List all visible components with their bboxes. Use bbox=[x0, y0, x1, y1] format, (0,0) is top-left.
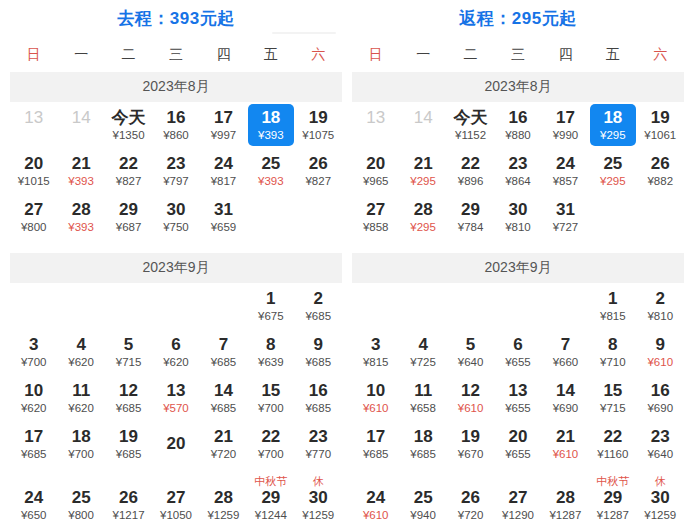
day-cell[interactable]: 27¥1290 bbox=[494, 471, 541, 526]
day-cell[interactable]: 中秋节29¥1244 bbox=[247, 471, 294, 526]
day-cell[interactable]: 16¥690 bbox=[637, 375, 684, 421]
day-cell[interactable]: 19¥1075 bbox=[295, 102, 342, 148]
day-cell[interactable]: 20 bbox=[152, 421, 199, 467]
day-cell[interactable]: 18¥700 bbox=[57, 421, 104, 467]
day-cell[interactable]: 28¥1287 bbox=[542, 471, 589, 526]
day-cell[interactable]: 24¥650 bbox=[10, 471, 57, 526]
day-cell[interactable]: 7¥685 bbox=[200, 329, 247, 375]
day-cell[interactable]: 4¥620 bbox=[57, 329, 104, 375]
day-cell[interactable]: 24¥817 bbox=[200, 148, 247, 194]
day-cell[interactable]: 21¥393 bbox=[57, 148, 104, 194]
day-cell[interactable]: 13¥655 bbox=[494, 375, 541, 421]
day-cell[interactable]: 20¥965 bbox=[352, 148, 399, 194]
day-cell[interactable]: 16¥860 bbox=[152, 102, 199, 148]
selected-day-cell[interactable]: 18¥295 bbox=[590, 104, 635, 146]
day-cell[interactable]: 7¥660 bbox=[542, 329, 589, 375]
day-cell[interactable]: 11¥620 bbox=[57, 375, 104, 421]
day-cell[interactable]: 16¥685 bbox=[295, 375, 342, 421]
day-cell[interactable]: 25¥940 bbox=[399, 471, 446, 526]
day-cell[interactable]: 25¥295 bbox=[589, 148, 636, 194]
day-cell[interactable]: 23¥797 bbox=[152, 148, 199, 194]
day-cell[interactable]: 26¥882 bbox=[637, 148, 684, 194]
day-cell[interactable]: 23¥640 bbox=[637, 421, 684, 467]
day-cell[interactable]: 3¥700 bbox=[10, 329, 57, 375]
day-cell[interactable]: 26¥1217 bbox=[105, 471, 152, 526]
day-cell[interactable]: 21¥610 bbox=[542, 421, 589, 467]
day-cell[interactable]: 23¥864 bbox=[494, 148, 541, 194]
calendar-week-row: 20¥101521¥39322¥82723¥79724¥81725¥39326¥… bbox=[10, 148, 342, 194]
day-cell[interactable]: 8¥639 bbox=[247, 329, 294, 375]
day-cell[interactable]: 今天¥1350 bbox=[105, 102, 152, 148]
day-cell[interactable]: 27¥858 bbox=[352, 194, 399, 240]
day-cell[interactable]: 2¥810 bbox=[637, 283, 684, 329]
day-cell[interactable]: 29¥784 bbox=[447, 194, 494, 240]
day-cell[interactable]: 17¥685 bbox=[352, 421, 399, 467]
day-cell[interactable]: 5¥715 bbox=[105, 329, 152, 375]
day-cell[interactable]: 休30¥1259 bbox=[637, 471, 684, 526]
day-cell[interactable]: 16¥880 bbox=[494, 102, 541, 148]
day-cell[interactable]: 28¥295 bbox=[399, 194, 446, 240]
day-cell[interactable]: 22¥700 bbox=[247, 421, 294, 467]
day-cell[interactable]: 22¥896 bbox=[447, 148, 494, 194]
day-cell[interactable]: 10¥610 bbox=[352, 375, 399, 421]
day-cell[interactable]: 11¥658 bbox=[399, 375, 446, 421]
day-cell[interactable]: 23¥770 bbox=[295, 421, 342, 467]
day-cell[interactable]: 今天¥1152 bbox=[447, 102, 494, 148]
day-cell[interactable]: 30¥750 bbox=[152, 194, 199, 240]
day-cell[interactable]: 9¥610 bbox=[637, 329, 684, 375]
day-cell[interactable]: 31¥727 bbox=[542, 194, 589, 240]
day-cell[interactable]: 中秋节29¥1287 bbox=[589, 471, 636, 526]
day-cell[interactable]: 17¥990 bbox=[542, 102, 589, 148]
day-cell[interactable]: 20¥1015 bbox=[10, 148, 57, 194]
day-cell[interactable]: 31¥659 bbox=[200, 194, 247, 240]
day-cell[interactable]: 12¥685 bbox=[105, 375, 152, 421]
day-cell[interactable]: 29¥687 bbox=[105, 194, 152, 240]
day-cell[interactable]: 6¥655 bbox=[494, 329, 541, 375]
day-cell[interactable]: 17¥997 bbox=[200, 102, 247, 148]
day-cell[interactable]: 休30¥1259 bbox=[295, 471, 342, 526]
day-cell[interactable]: 5¥640 bbox=[447, 329, 494, 375]
day-cell[interactable]: 25¥393 bbox=[247, 148, 294, 194]
day-cell[interactable]: 13¥570 bbox=[152, 375, 199, 421]
day-cell[interactable]: 4¥725 bbox=[399, 329, 446, 375]
day-cell[interactable]: 2¥685 bbox=[295, 283, 342, 329]
day-number: 1 bbox=[608, 289, 617, 309]
day-cell[interactable]: 30¥810 bbox=[494, 194, 541, 240]
day-cell[interactable]: 26¥720 bbox=[447, 471, 494, 526]
day-number: 10 bbox=[366, 381, 385, 401]
weekday-label: 四 bbox=[542, 46, 589, 64]
day-cell[interactable]: 19¥1061 bbox=[637, 102, 684, 148]
day-cell[interactable]: 10¥620 bbox=[10, 375, 57, 421]
day-cell[interactable]: 19¥685 bbox=[105, 421, 152, 467]
day-cell[interactable]: 8¥710 bbox=[589, 329, 636, 375]
day-cell[interactable]: 12¥610 bbox=[447, 375, 494, 421]
day-cell[interactable]: 14¥690 bbox=[542, 375, 589, 421]
day-cell[interactable]: 25¥800 bbox=[57, 471, 104, 526]
day-cell[interactable]: 18¥685 bbox=[399, 421, 446, 467]
day-cell[interactable]: 21¥720 bbox=[200, 421, 247, 467]
day-cell[interactable]: 19¥670 bbox=[447, 421, 494, 467]
day-cell[interactable]: 24¥610 bbox=[352, 471, 399, 526]
day-cell[interactable]: 1¥675 bbox=[247, 283, 294, 329]
day-cell[interactable]: 26¥827 bbox=[295, 148, 342, 194]
day-cell[interactable]: 27¥1050 bbox=[152, 471, 199, 526]
day-cell[interactable]: 27¥800 bbox=[10, 194, 57, 240]
day-number: 4 bbox=[418, 335, 427, 355]
day-cell[interactable]: 28¥1259 bbox=[200, 471, 247, 526]
day-cell[interactable]: 1¥815 bbox=[589, 283, 636, 329]
day-cell[interactable]: 22¥827 bbox=[105, 148, 152, 194]
day-cell[interactable]: 17¥685 bbox=[10, 421, 57, 467]
day-cell[interactable]: 15¥715 bbox=[589, 375, 636, 421]
selected-day-cell[interactable]: 18¥393 bbox=[248, 104, 293, 146]
day-cell[interactable]: 24¥857 bbox=[542, 148, 589, 194]
day-cell[interactable]: 15¥700 bbox=[247, 375, 294, 421]
day-cell[interactable]: 21¥295 bbox=[399, 148, 446, 194]
day-cell[interactable]: 6¥620 bbox=[152, 329, 199, 375]
day-cell[interactable]: 28¥393 bbox=[57, 194, 104, 240]
day-cell[interactable]: 3¥815 bbox=[352, 329, 399, 375]
day-cell[interactable]: 20¥655 bbox=[494, 421, 541, 467]
day-cell[interactable]: 14¥685 bbox=[200, 375, 247, 421]
day-cell[interactable]: 22¥1160 bbox=[589, 421, 636, 467]
day-cell[interactable]: 9¥685 bbox=[295, 329, 342, 375]
day-number: 5 bbox=[124, 335, 133, 355]
